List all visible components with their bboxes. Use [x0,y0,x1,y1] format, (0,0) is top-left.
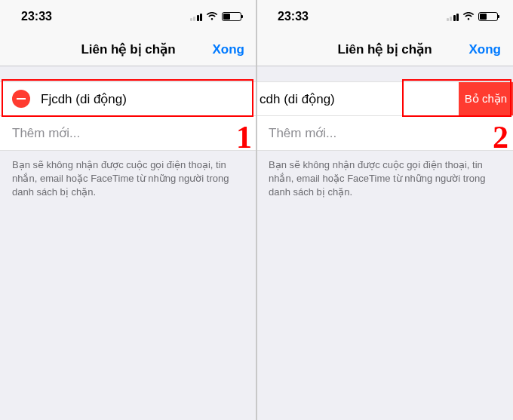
page-title: Liên hệ bị chặn [81,41,175,57]
status-indicators [190,12,242,21]
phone-screen-left: 23:33 Liên hệ bị chặn Xong Fjcdh (di độn… [0,0,256,420]
blocked-contact-row-swiped[interactable]: cdh (di động) Bỏ chặn [256,81,513,116]
step-number-2: 2 [493,119,508,155]
blocked-contact-row[interactable]: Fjcdh (di động) [0,81,256,116]
status-indicators [447,12,499,21]
step-number-1: 1 [236,119,252,155]
add-new-row[interactable]: Thêm mới... [256,116,513,151]
contact-name: Fjcdh (di động) [41,91,127,107]
delete-minus-icon[interactable] [12,90,30,108]
phone-screen-right: 23:33 Liên hệ bị chặn Xong cdh (di động)… [256,0,513,420]
battery-icon [222,12,241,21]
add-new-label: Thêm mới... [12,125,80,141]
page-title: Liên hệ bị chặn [337,41,432,57]
add-new-row[interactable]: Thêm mới... [0,116,256,151]
wifi-icon [462,12,475,21]
status-bar: 23:33 [0,0,256,33]
add-new-label: Thêm mới... [269,125,336,141]
nav-bar: Liên hệ bị chặn Xong [256,33,513,66]
done-button[interactable]: Xong [469,42,502,57]
cellular-signal-icon [190,13,203,21]
unblock-button[interactable]: Bỏ chặn [459,82,513,115]
nav-bar: Liên hệ bị chặn Xong [0,33,256,66]
battery-icon [478,12,498,21]
status-bar: 23:33 [256,0,513,33]
status-time: 23:33 [278,10,309,23]
screen-divider [256,0,257,420]
wifi-icon [206,12,218,21]
contact-name-partial: cdh (di động) [256,91,335,107]
info-footer: Bạn sẽ không nhận được cuộc gọi điện tho… [0,151,256,207]
swipe-gap [406,82,459,115]
done-button[interactable]: Xong [213,42,245,57]
status-time: 23:33 [21,10,52,23]
cellular-signal-icon [447,13,459,21]
info-footer: Bạn sẽ không nhận được cuộc gọi điện tho… [256,151,513,207]
